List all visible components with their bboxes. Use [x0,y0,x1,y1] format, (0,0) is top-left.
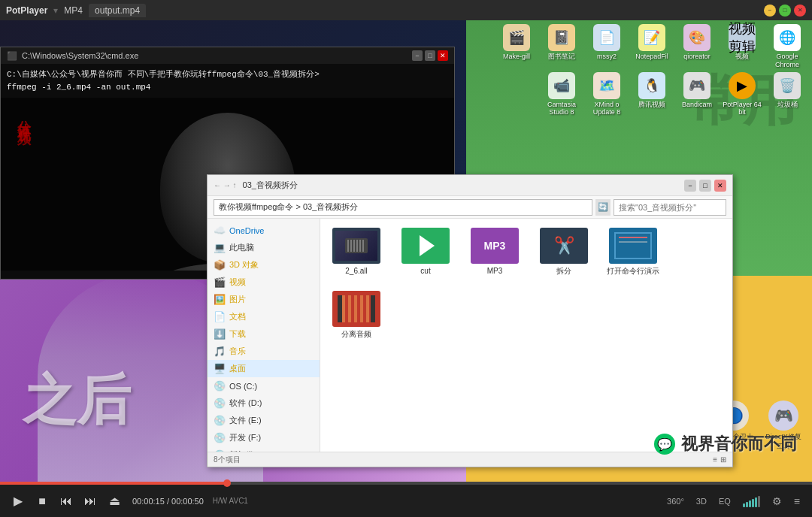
progress-fill [0,482,227,485]
total-time: 00:00:50 [171,497,204,506]
maximize-button[interactable]: □ [779,5,791,17]
progress-dot [223,479,231,487]
sidebar-onedrive[interactable]: ☁️OneDrive [208,222,320,239]
sidebar-desktop[interactable]: 🖥️桌面 [208,360,320,377]
desktop-icon-trash[interactable]: 🗑️ 垃圾桶 [766,72,808,117]
cmd-titlebar: ⬛ C:\Windows\System32\cmd.exe − □ ✕ [1,47,454,64]
next-button[interactable]: ⏭ [81,492,99,510]
menu-icon[interactable]: ≡ [791,494,803,509]
codec-info: H/W AVC1 [213,497,248,505]
explorer-title: 03_音视频拆分 [243,180,678,191]
explorer-body: ☁️OneDrive 💻此电脑 📦3D 对象 🎬视频 🖼️图片 📄文档 [208,219,732,452]
desktop-icon-mssy[interactable]: 📄 mssy2 [586,24,628,69]
btn-eq[interactable]: EQ [716,495,734,507]
main-video-area: 之后 🔵 360安全卫士 🎮 DirectX修复工具 常用 🎬 Make-gil… [0,20,812,482]
vol-bar-4 [752,499,754,507]
explorer-main-area: 2_6.all cut MP3 MP3 [320,219,732,452]
settings-icon[interactable]: ⚙ [769,494,785,509]
file-count: 8个项目 [214,455,241,465]
sidebar-downloads[interactable]: ⬇️下载 [208,325,320,343]
btn-360[interactable]: 360° [664,495,687,507]
desktop-icon-make[interactable]: 🎬 Make-gill [495,24,538,69]
file-item-audio-split[interactable]: 分离音频 [326,288,386,342]
open-button[interactable]: ⏏ [105,492,123,510]
explorer-titlebar: ← → ↑ 03_音视频拆分 − □ ✕ [208,175,732,196]
watermark: 💬 视界音你而不同 [654,433,797,455]
desktop-icon-qq[interactable]: 🐧 腾讯视频 [631,72,673,117]
file-item-cut[interactable]: cut [395,225,456,279]
desktop-icon-chrome[interactable]: 🌐 Google Chrome [766,24,808,69]
title-dropdown-icon[interactable]: ▾ [53,5,58,16]
desktop-icon-notepad[interactable]: 📝 NotepadFil [631,24,673,69]
sidebar-music[interactable]: 🎵音乐 [208,343,320,360]
file-item-chafen[interactable]: ✂️ 拆分 [534,225,594,279]
sidebar-this-pc[interactable]: 💻此电脑 [208,239,320,256]
sidebar-3d-objects[interactable]: 📦3D 对象 [208,256,320,274]
explorer-search-input[interactable] [614,199,726,216]
explorer-controls: − □ ✕ [684,180,726,192]
sidebar-documents[interactable]: 📄文档 [208,308,320,325]
cmd-path-text: C:\自媒体\公众号\视界音你而 不同\手把手教你玩转ffmpeg命令\03_音… [7,68,448,81]
cmd-close[interactable]: ✕ [438,50,448,61]
sidebar-videos[interactable]: 🎬视频 [208,274,320,291]
file-item-2-6-all[interactable]: 2_6.all [326,225,386,279]
view-list-icon[interactable]: ≡ [713,455,717,464]
close-button[interactable]: ✕ [794,5,806,17]
vol-bar-1 [743,503,745,507]
wechat-icon: 💬 [654,434,675,455]
video-red-text: 分 体 视 频 [12,109,36,120]
vol-bar-6 [758,496,760,507]
cmd-command-text: ffmpeg -i 2_6.mp4 -an out.mp4 [7,81,448,94]
stop-button[interactable]: ■ [33,492,51,510]
progress-bar[interactable] [0,482,812,485]
overlay-text-bottom-left: 之后 [23,364,131,437]
control-bar: ▶ ■ ⏮ ⏭ ⏏ 00:00:15 / 00:00:50 H/W AVC1 3… [0,482,812,517]
desktop-icon-camtasia[interactable]: 📹 Camtasia Studio 8 [541,72,583,117]
sidebar-drive-d[interactable]: 💿软件 (D:) [208,395,320,412]
view-grid-icon[interactable]: ⊞ [720,455,726,464]
sidebar-drive-g[interactable]: 💿新加卷 (G:) [208,446,320,452]
watermark-text: 视界音你而不同 [681,433,797,455]
cmd-minimize[interactable]: − [412,50,423,61]
explorer-refresh[interactable]: 🔄 [595,199,611,216]
menu-mp4[interactable]: MP4 [64,5,83,16]
hw-label: H/W [213,497,227,505]
btn-3d[interactable]: 3D [693,495,710,507]
explorer-toolbar: 教你视频ffmpeg命令 > 03_音视频拆分 🔄 [208,196,732,219]
app-name[interactable]: PotPlayer [6,5,47,16]
desktop-icon-qio[interactable]: 🎨 qioreator [676,24,718,69]
current-time: 00:00:15 [132,497,165,506]
desktop-icon-notes[interactable]: 📓 图书笔记 [541,24,583,69]
file-item-mp3[interactable]: MP3 MP3 [465,225,525,279]
vol-bar-5 [755,497,757,507]
file-item-cmd-demo[interactable]: 打开命令行演示 [603,225,663,279]
titlebar: PotPlayer ▾ MP4 output.mp4 − □ ✕ [0,0,812,20]
sidebar-drive-e[interactable]: 💿文件 (E:) [208,412,320,429]
explorer-path[interactable]: 教你视频ffmpeg命令 > 03_音视频拆分 [214,199,592,216]
prev-button[interactable]: ⏮ [57,492,75,510]
volume-indicator [743,495,760,507]
explorer-sidebar: ☁️OneDrive 💻此电脑 📦3D 对象 🎬视频 🖼️图片 📄文档 [208,219,320,452]
desktop-icon-bandicam[interactable]: 🎮 Bandicam [676,72,718,117]
cmd-maximize[interactable]: □ [425,50,435,61]
play-button[interactable]: ▶ [9,492,27,510]
explorer-close[interactable]: ✕ [714,180,726,192]
minimize-button[interactable]: − [764,5,776,17]
vol-bar-3 [749,500,751,507]
file-tab[interactable]: output.mp4 [89,4,146,17]
desktop-icon-xmind[interactable]: 🗺️ XMind o Update 8 [586,72,628,117]
desktop-icon-potplayer[interactable]: ▶ PotPlayer 64 bit [721,72,763,117]
vol-bar-2 [746,502,748,507]
desktop-icon-video[interactable]: 视频剪辑 视频 [721,24,763,69]
file-explorer-window: ← → ↑ 03_音视频拆分 − □ ✕ 教你视频ffmpeg命令 > 03_音… [207,174,733,467]
controls-row: ▶ ■ ⏮ ⏭ ⏏ 00:00:15 / 00:00:50 H/W AVC1 3… [0,485,812,517]
desktop-icons-container: 🎬 Make-gill 📓 图书笔记 📄 mssy2 📝 NotepadFil … [485,24,808,116]
sidebar-drive-f[interactable]: 💿开发 (F:) [208,429,320,446]
explorer-minimize[interactable]: − [684,180,696,192]
cmd-title-text: C:\Windows\System32\cmd.exe [22,51,408,60]
time-display: 00:00:15 / 00:00:50 [132,497,204,506]
sidebar-drive-c[interactable]: 💿OS (C:) [208,377,320,395]
window-controls: − □ ✕ [764,5,806,17]
explorer-maximize[interactable]: □ [699,180,711,192]
sidebar-pictures[interactable]: 🖼️图片 [208,291,320,308]
